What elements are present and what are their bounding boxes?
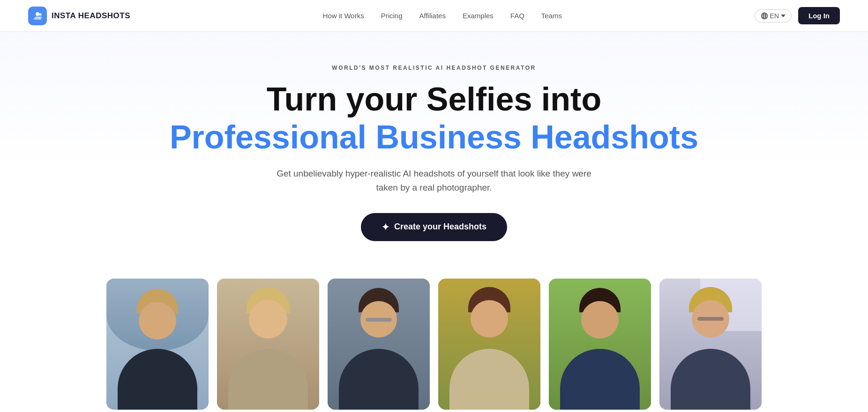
gallery-card-1 xyxy=(106,279,209,410)
svg-point-0 xyxy=(36,12,39,16)
nav-pricing[interactable]: Pricing xyxy=(381,12,403,20)
headshot-gallery xyxy=(0,265,868,410)
person-placeholder-5 xyxy=(549,279,651,410)
chevron-down-icon xyxy=(781,15,786,17)
globe-icon xyxy=(761,12,768,20)
cta-sparkle-icon: ✦ xyxy=(382,221,389,233)
person-placeholder-4 xyxy=(438,279,540,410)
hero-title-line2: Professional Business Headshots xyxy=(170,119,698,155)
brand-name: INSTA HEADSHOTS xyxy=(52,11,130,21)
login-button[interactable]: Log In xyxy=(798,7,840,24)
svg-point-1 xyxy=(39,13,42,16)
gallery-card-2 xyxy=(217,279,319,410)
hero-section: WORLD'S MOST REALISTIC AI HEADSHOT GENER… xyxy=(0,32,868,265)
nav-links: How it Works Pricing Affiliates Examples… xyxy=(323,12,562,20)
language-label: EN xyxy=(770,12,779,20)
nav-examples[interactable]: Examples xyxy=(463,12,494,20)
person-placeholder-3 xyxy=(328,279,430,410)
person-placeholder-6 xyxy=(659,279,762,410)
logo[interactable]: INSTA HEADSHOTS xyxy=(28,7,130,25)
logo-svg xyxy=(32,10,43,22)
hero-badge: WORLD'S MOST REALISTIC AI HEADSHOT GENER… xyxy=(332,65,536,71)
gallery-card-3 xyxy=(328,279,430,410)
navigation: INSTA HEADSHOTS How it Works Pricing Aff… xyxy=(0,0,868,32)
person-placeholder-1 xyxy=(106,279,209,410)
gallery-card-4 xyxy=(438,279,540,410)
nav-faq[interactable]: FAQ xyxy=(510,12,524,20)
hero-title-line1: Turn your Selfies into xyxy=(267,81,601,118)
gallery-card-5 xyxy=(549,279,651,410)
nav-teams[interactable]: Teams xyxy=(541,12,562,20)
nav-affiliates[interactable]: Affiliates xyxy=(419,12,446,20)
nav-right: EN Log In xyxy=(755,7,840,24)
cta-button[interactable]: ✦ Create your Headshots xyxy=(361,213,507,241)
gallery-card-6 xyxy=(659,279,762,410)
cta-label: Create your Headshots xyxy=(394,222,486,232)
language-selector[interactable]: EN xyxy=(755,9,792,22)
nav-how-it-works[interactable]: How it Works xyxy=(323,12,364,20)
person-placeholder-2 xyxy=(217,279,319,410)
logo-icon xyxy=(28,7,47,25)
hero-subtitle: Get unbelievably hyper-realistic AI head… xyxy=(265,167,603,195)
